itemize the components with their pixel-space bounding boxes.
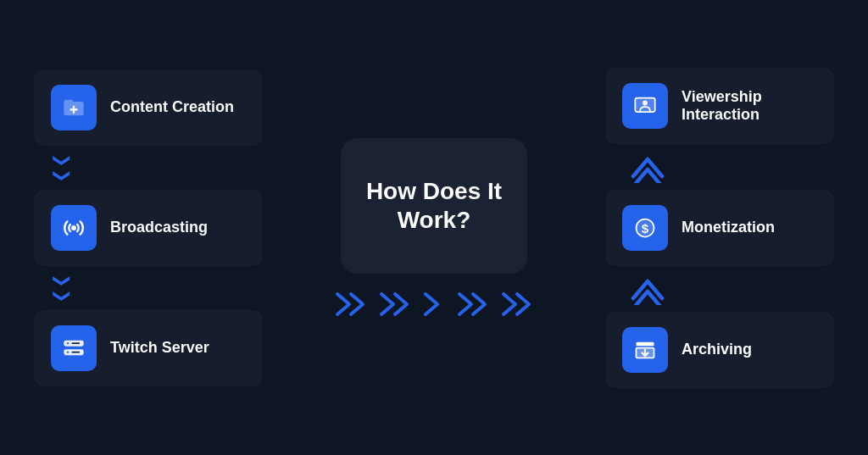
- down-arrow-1: ❯ ❯: [55, 146, 70, 190]
- down-arrow-2: ❯ ❯: [55, 266, 70, 310]
- up-arrow-2: [626, 266, 669, 312]
- card-archiving: Archiving: [605, 312, 834, 388]
- broadcasting-icon-box: [51, 205, 97, 251]
- content-creation-icon-box: [51, 85, 97, 130]
- center-block: How Does It Work?: [332, 138, 536, 318]
- chevron-down-icon-2: ❯: [55, 168, 70, 182]
- server-icon: [62, 336, 86, 360]
- chevron-down-icon-1: ❯: [55, 153, 70, 167]
- card-monetization: $ Monetization: [605, 190, 834, 266]
- svg-point-4: [67, 351, 69, 352]
- arrow-group-5: [498, 291, 536, 318]
- forward-arrow-2: [376, 291, 414, 318]
- twitch-server-icon-box: [51, 325, 97, 371]
- svg-point-3: [67, 342, 69, 344]
- chevron-up-icon-1: [626, 151, 669, 183]
- svg-point-0: [71, 225, 76, 230]
- archiving-label: Archiving: [682, 341, 752, 358]
- arrow-group-3: [420, 291, 448, 318]
- main-container: Content Creation ❯ ❯ Broadcasting ❯: [0, 0, 868, 455]
- left-column: Content Creation ❯ ❯ Broadcasting ❯: [34, 69, 263, 386]
- content-creation-label: Content Creation: [110, 98, 234, 116]
- folder-plus-icon: [62, 96, 86, 119]
- chevron-down-icon-4: ❯: [55, 288, 70, 302]
- viewership-icon-box: [622, 83, 668, 129]
- archiving-icon-box: [622, 327, 668, 373]
- archive-icon: [633, 338, 657, 362]
- chevron-down-icon-3: ❯: [55, 273, 70, 287]
- chevron-up-icon-2: [626, 273, 669, 305]
- monetization-label: Monetization: [682, 219, 775, 236]
- arrows-row: [332, 291, 536, 318]
- forward-arrow-5: [498, 291, 536, 318]
- person-video-icon: [633, 94, 657, 118]
- dollar-icon: $: [633, 216, 657, 240]
- center-title: How Does It Work?: [341, 177, 527, 234]
- viewership-interaction-label: Viewership Interaction: [682, 88, 817, 124]
- card-broadcasting: Broadcasting: [34, 190, 263, 266]
- card-twitch-server: Twitch Server: [34, 310, 263, 386]
- forward-arrow-4: [454, 291, 492, 318]
- up-arrow-1: [626, 144, 669, 190]
- center-card: How Does It Work?: [341, 138, 527, 274]
- forward-arrow-1: [332, 291, 370, 318]
- broadcasting-label: Broadcasting: [110, 219, 208, 236]
- monetization-icon-box: $: [622, 205, 668, 251]
- broadcast-icon: [62, 216, 86, 240]
- svg-point-8: [643, 100, 648, 105]
- svg-text:$: $: [642, 220, 649, 235]
- arrow-group-1: [332, 291, 370, 318]
- card-content-creation: Content Creation: [34, 69, 263, 146]
- card-viewership-interaction: Viewership Interaction: [605, 68, 834, 144]
- arrow-group-2: [376, 291, 414, 318]
- right-column: Viewership Interaction $ Monetization: [605, 68, 834, 388]
- svg-rect-11: [637, 341, 654, 346]
- arrow-group-4: [454, 291, 492, 318]
- twitch-server-label: Twitch Server: [110, 339, 209, 357]
- forward-arrow-3: [420, 291, 448, 318]
